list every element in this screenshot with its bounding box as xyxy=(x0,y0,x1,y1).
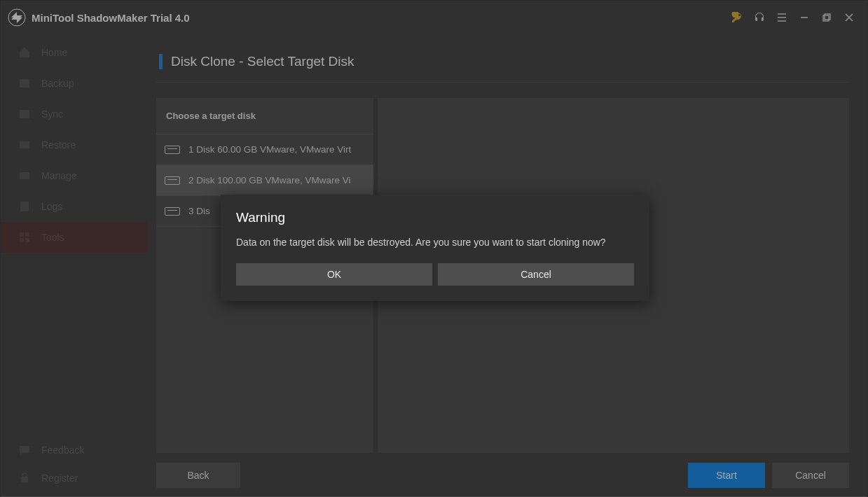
sidebar-item-label: Manage xyxy=(41,170,77,181)
tools-icon xyxy=(18,230,32,244)
svg-rect-8 xyxy=(20,232,24,237)
manage-icon xyxy=(18,169,32,183)
sidebar-item-home[interactable]: Home xyxy=(1,37,148,68)
app-logo-icon xyxy=(8,8,26,27)
footer-buttons: Back Start Cancel xyxy=(156,453,849,488)
dialog-title: Warning xyxy=(236,210,634,225)
feedback-icon xyxy=(18,443,32,457)
backup-icon xyxy=(18,76,32,90)
key-icon[interactable] xyxy=(726,6,748,29)
close-button[interactable] xyxy=(838,6,860,29)
sidebar-item-label: Feedback xyxy=(41,444,84,456)
page-title-text: Disk Clone - Select Target Disk xyxy=(171,54,354,69)
dialog-ok-button[interactable]: OK xyxy=(236,263,432,286)
svg-rect-6 xyxy=(20,172,29,179)
svg-rect-4 xyxy=(20,110,29,118)
svg-rect-2 xyxy=(825,14,830,20)
minimize-button[interactable] xyxy=(793,6,815,29)
start-button[interactable]: Start xyxy=(688,463,765,488)
sidebar-item-logs[interactable]: Logs xyxy=(1,191,148,222)
sidebar: Home Backup Sync Restore Manage xyxy=(1,34,148,497)
headphones-icon[interactable] xyxy=(748,6,771,29)
page-title: Disk Clone - Select Target Disk xyxy=(156,48,849,83)
svg-rect-12 xyxy=(20,446,29,453)
disk-icon xyxy=(165,176,180,185)
restore-icon xyxy=(18,138,32,152)
disk-icon xyxy=(165,146,180,154)
sidebar-item-label: Tools xyxy=(41,232,64,243)
svg-rect-11 xyxy=(25,238,29,242)
svg-rect-13 xyxy=(21,477,28,482)
sidebar-item-feedback[interactable]: Feedback xyxy=(1,436,148,464)
dialog-buttons: OK Cancel xyxy=(236,263,634,286)
sidebar-item-label: Home xyxy=(41,47,67,58)
sidebar-item-sync[interactable]: Sync xyxy=(1,99,148,130)
sidebar-item-label: Logs xyxy=(41,201,62,212)
app-title: MiniTool ShadowMaker Trial 4.0 xyxy=(32,12,190,24)
svg-rect-9 xyxy=(25,232,29,237)
disk-item-label: 3 Dis xyxy=(188,206,210,216)
panel-header: Choose a target disk xyxy=(156,98,373,134)
sidebar-nav: Home Backup Sync Restore Manage xyxy=(1,34,148,253)
disk-item[interactable]: 2 Disk 100.00 GB VMware, VMware Vi xyxy=(156,165,373,196)
sidebar-item-label: Restore xyxy=(41,139,76,150)
maximize-button[interactable] xyxy=(815,6,838,29)
sync-icon xyxy=(18,107,32,121)
sidebar-item-label: Register xyxy=(41,472,78,484)
warning-dialog: Warning Data on the target disk will be … xyxy=(221,195,649,301)
dialog-cancel-button[interactable]: Cancel xyxy=(438,263,634,286)
sidebar-item-label: Sync xyxy=(41,108,63,120)
sidebar-bottom: Feedback Register xyxy=(1,436,148,497)
register-icon xyxy=(18,471,32,485)
home-icon xyxy=(18,46,32,59)
svg-rect-1 xyxy=(823,15,829,21)
disk-icon xyxy=(165,207,180,216)
titlebar: MiniTool ShadowMaker Trial 4.0 xyxy=(1,1,867,34)
sidebar-item-manage[interactable]: Manage xyxy=(1,160,148,191)
svg-rect-10 xyxy=(20,238,24,242)
sidebar-item-tools[interactable]: Tools xyxy=(1,222,148,253)
disk-item-label: 2 Disk 100.00 GB VMware, VMware Vi xyxy=(188,175,351,186)
sidebar-item-backup[interactable]: Backup xyxy=(1,68,148,99)
dialog-message: Data on the target disk will be destroye… xyxy=(236,237,634,248)
cancel-button[interactable]: Cancel xyxy=(772,463,849,488)
app-window: MiniTool ShadowMaker Trial 4.0 Home xyxy=(0,0,868,497)
disk-item[interactable]: 1 Disk 60.00 GB VMware, VMware Virt xyxy=(156,134,373,165)
sidebar-item-register[interactable]: Register xyxy=(1,464,148,492)
disk-item-label: 1 Disk 60.00 GB VMware, VMware Virt xyxy=(188,144,351,155)
svg-rect-5 xyxy=(20,141,29,148)
back-button[interactable]: Back xyxy=(156,463,240,488)
sidebar-item-label: Backup xyxy=(41,78,74,89)
logs-icon xyxy=(18,200,32,214)
svg-rect-3 xyxy=(20,79,29,88)
sidebar-item-restore[interactable]: Restore xyxy=(1,130,148,160)
accent-bar xyxy=(159,54,163,69)
menu-icon[interactable] xyxy=(771,6,793,29)
svg-rect-7 xyxy=(20,202,29,211)
